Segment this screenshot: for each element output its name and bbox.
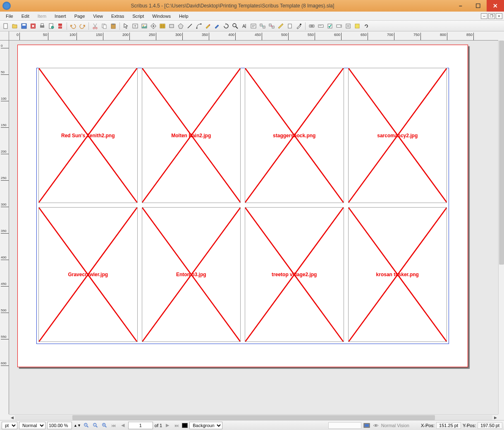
menu-windows[interactable]: Windows <box>148 12 175 20</box>
menu-edit[interactable]: Edit <box>17 12 33 20</box>
unit-select[interactable]: pt <box>2 422 17 429</box>
rotate-tool[interactable] <box>222 22 230 30</box>
image-frame[interactable]: Red Sun's Zenith2.png <box>38 68 138 203</box>
eyedropper-tool[interactable] <box>295 22 303 30</box>
svg-point-21 <box>153 25 154 27</box>
menu-page[interactable]: Page <box>70 12 89 20</box>
table-tool[interactable] <box>158 22 167 30</box>
prev-page-button[interactable]: ◀ <box>119 422 127 429</box>
render-frame-tool[interactable] <box>149 22 158 30</box>
svg-point-7 <box>51 26 54 29</box>
redo-button[interactable] <box>78 22 86 30</box>
image-frame[interactable]: Gravecrawler.jpg <box>38 207 138 342</box>
menu-extras[interactable]: Extras <box>107 12 128 20</box>
svg-point-24 <box>196 27 198 29</box>
last-page-button[interactable]: ⏭ <box>173 422 180 429</box>
copy-properties-tool[interactable] <box>286 22 294 30</box>
print-button[interactable] <box>38 22 46 30</box>
minimize-button[interactable]: – <box>452 0 469 12</box>
pdf-listbox-tool[interactable] <box>344 22 352 30</box>
svg-rect-33 <box>288 24 291 28</box>
close-button[interactable]: ✕ <box>487 0 504 12</box>
story-editor-tool[interactable] <box>249 22 258 30</box>
first-page-button[interactable]: ⏮ <box>110 422 117 429</box>
image-frame[interactable]: Molten Rain2.jpg <box>142 68 241 203</box>
zoom-tool[interactable] <box>231 22 239 30</box>
preview-mode-select[interactable]: Normal <box>19 422 45 429</box>
zoom-100-button[interactable]: 1 <box>92 422 99 429</box>
open-button[interactable] <box>11 22 19 30</box>
image-frame[interactable]: treetop village2.jpg <box>245 207 344 342</box>
cms-icon[interactable] <box>363 422 370 429</box>
new-document-button[interactable] <box>2 22 10 30</box>
zoom-out-button[interactable] <box>83 422 90 429</box>
freehand-tool[interactable] <box>204 22 212 30</box>
toolbar: PDF T A OK <box>0 21 504 31</box>
canvas[interactable]: Red Sun's Zenith2.pngMolten Rain2.jpgsta… <box>9 41 498 414</box>
image-frame[interactable]: Entomb3.jpg <box>142 207 241 342</box>
horizontal-ruler[interactable]: 0501001502002503003504004505005506006507… <box>9 31 498 41</box>
svg-rect-29 <box>260 24 262 26</box>
menu-file[interactable]: File <box>2 12 17 20</box>
scroll-right-button[interactable]: ▶ <box>492 415 498 420</box>
vertical-ruler[interactable]: 050100150200250300350400450500550600 <box>0 41 9 414</box>
image-frame[interactable]: staggershock.png <box>245 68 344 203</box>
link-frames-tool[interactable] <box>258 22 267 30</box>
bezier-tool[interactable] <box>195 22 203 30</box>
pdf-textfield-tool[interactable] <box>317 22 325 30</box>
horizontal-scrollbar[interactable]: ◀ ▶ <box>9 414 498 420</box>
zoom-input[interactable] <box>47 422 72 429</box>
menu-insert[interactable]: Insert <box>50 12 70 20</box>
export-pdf-button[interactable]: PDF <box>56 22 64 30</box>
svg-text:PDF: PDF <box>58 25 62 28</box>
copy-button[interactable] <box>100 22 108 30</box>
menu-view[interactable]: View <box>89 12 107 20</box>
measure-tool[interactable] <box>277 22 285 30</box>
mdi-close-button[interactable]: × <box>496 13 502 19</box>
calligraphic-tool[interactable] <box>213 22 221 30</box>
line-tool[interactable] <box>186 22 194 30</box>
unlink-frames-tool[interactable] <box>268 22 276 30</box>
maximize-button[interactable]: ☐ <box>469 0 487 12</box>
next-page-button[interactable]: ▶ <box>164 422 171 429</box>
pdf-link-tool[interactable] <box>362 22 370 30</box>
svg-point-25 <box>201 23 202 24</box>
select-tool[interactable] <box>122 22 130 30</box>
image-frame-tool[interactable] <box>140 22 148 30</box>
svg-point-64 <box>375 425 377 426</box>
pdf-annotation-tool[interactable] <box>353 22 361 30</box>
page-number-input[interactable] <box>128 422 153 429</box>
image-frame-label: krosan tusker.png <box>349 272 447 277</box>
title-bar: Scribus 1.4.5 - [C:\Users\David\Desktop\… <box>0 0 504 12</box>
preflight-button[interactable] <box>47 22 55 30</box>
zoom-in-button[interactable] <box>101 422 108 429</box>
image-frame[interactable]: sarcomancy2.jpg <box>348 68 447 203</box>
cut-button[interactable] <box>91 22 99 30</box>
save-button[interactable] <box>20 22 28 30</box>
text-frame-tool[interactable]: T <box>131 22 139 30</box>
menu-help[interactable]: Help <box>175 12 193 20</box>
preview-icon[interactable] <box>372 422 380 429</box>
image-frame[interactable]: krosan tusker.png <box>348 207 447 342</box>
vertical-scrollbar[interactable] <box>498 41 504 414</box>
pdf-combobox-tool[interactable] <box>335 22 343 30</box>
polygon-tool[interactable] <box>177 22 185 30</box>
close-document-button[interactable] <box>29 22 37 30</box>
svg-rect-5 <box>41 24 43 26</box>
mdi-minimize-button[interactable]: – <box>481 13 487 19</box>
shape-tool[interactable] <box>167 22 176 30</box>
image-frame-label: staggershock.png <box>245 133 344 139</box>
pdf-checkbox-tool[interactable] <box>326 22 334 30</box>
document-page[interactable]: Red Sun's Zenith2.pngMolten Rain2.jpgsta… <box>17 45 468 367</box>
undo-button[interactable] <box>69 22 77 30</box>
edit-contents-tool[interactable]: A <box>240 22 248 30</box>
mdi-restore-button[interactable]: ❐ <box>488 13 495 19</box>
menu-item[interactable]: Item <box>33 12 50 20</box>
scroll-left-button[interactable]: ◀ <box>9 415 15 420</box>
menu-script[interactable]: Script <box>128 12 148 20</box>
svg-rect-30 <box>263 26 265 28</box>
layer-select[interactable]: Background <box>189 422 222 429</box>
svg-text:1: 1 <box>94 424 96 426</box>
pdf-pushbutton-tool[interactable]: OK <box>308 22 316 30</box>
paste-button[interactable] <box>109 22 117 30</box>
